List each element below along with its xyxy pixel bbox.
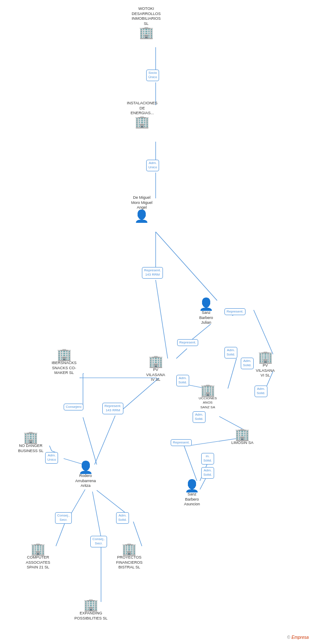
instalaciones-label: INSTALACIONES DE ENERGIAS... (127, 101, 157, 116)
ibersnacks-icon: 🏢 (57, 349, 72, 361)
svg-line-6 (156, 232, 217, 301)
rodero-label: Rodero Arrubarrena Aritza (75, 474, 96, 489)
pv-vi-icon: 🏢 (258, 351, 273, 363)
svg-line-18 (184, 446, 197, 481)
svg-line-24 (83, 417, 97, 465)
expanding-node: 🏢 EXPANDING POSSIBILITIES SL (74, 599, 107, 621)
computer-node: 🏢 COMPUTER ASSOCIATES SPAIN 21 SL (26, 543, 50, 570)
limosin-label: LIMOSIN SA (231, 440, 254, 446)
no-danger-label: NO DANGER BUSINESS SL (18, 444, 43, 453)
empresa-brand: Empresa (292, 635, 309, 640)
sanz-julian-label: Sanz Barbero Julian (199, 310, 213, 325)
adm-unico-2-badge: Adm.Unico (45, 452, 58, 464)
m-solid-badge: m.Sólid. (201, 453, 214, 465)
represent-sanz-badge: Represent. (224, 308, 245, 315)
demiguel-icon: 👤 (134, 210, 149, 222)
svg-line-8 (254, 310, 273, 354)
demiguel-label: De Miguel Moro Miguel Angel (131, 195, 153, 210)
computer-icon: 🏢 (31, 543, 46, 555)
wotoki-icon: 🏢 (139, 27, 154, 39)
wotoki-node: WOTOKI DESARROLLOS INMOBILIARIOS SL 🏢 (129, 6, 163, 39)
pv4-node: 🏢 PV VILASANA IV SL (146, 355, 165, 383)
proyectos-icon: 🏢 (122, 543, 137, 555)
svg-line-31 (92, 492, 101, 538)
consejero-badge: Consejero (64, 404, 83, 410)
adm-solid-6-badge: Adm.Solid. (116, 512, 129, 524)
instalaciones-node: INSTALACIONES DE ENERGIAS... 🏢 (127, 101, 157, 128)
represent-2-badge: Represent. (177, 339, 198, 346)
represent-143-badge: Represent.143 RRM (142, 267, 163, 279)
org-chart: WOTOKI DESARROLLOS INMOBILIARIOS SL 🏢 So… (0, 0, 313, 644)
sanz-asuncion-icon: 👤 (184, 480, 199, 492)
adm-solid-1-badge: Adm.Solid. (224, 347, 237, 358)
proyectos-node: 🏢 PROYECTOS FINANCIEROS BISTRAL SL (116, 543, 143, 570)
construcciones-label: UCCIONES ANOS SANZ SA (199, 396, 217, 410)
computer-label: COMPUTER ASSOCIATES SPAIN 21 SL (26, 555, 50, 570)
no-danger-icon: 🏢 (23, 431, 38, 444)
demiguel-node: De Miguel Moro Miguel Angel 👤 (131, 195, 153, 222)
no-danger-node: 🏢 NO DANGER BUSINESS SL (18, 431, 43, 453)
svg-line-10 (176, 349, 187, 358)
adm-solid-2-badge: Adm.Solid. (241, 358, 254, 369)
sanz-asuncion-node: 👤 Sanz Barbero Asuncion (184, 480, 200, 507)
consej-secr-2-badge: Consej..Secr. (90, 536, 107, 547)
pv-vi-node: 🏢 PV VILASANA VI SL (256, 351, 275, 378)
represent-3-badge: Represent. (171, 439, 192, 446)
adm-solid-4-badge: Adm.Solid. (255, 386, 267, 397)
expanding-icon: 🏢 (83, 599, 98, 611)
rodero-icon: 👤 (78, 462, 93, 474)
socio-unico-badge: SocioÚnico (146, 70, 159, 81)
limosin-node: 🏢 LIMOSIN SA (231, 428, 254, 446)
svg-line-11 (228, 358, 236, 389)
construcciones-icon: 🏢 (200, 384, 215, 396)
pv4-icon: 🏢 (148, 355, 163, 368)
proyectos-label: PROYECTOS FINANCIEROS BISTRAL SL (116, 555, 143, 570)
adm-solid-3-badge: Adm.Solid. (193, 411, 206, 423)
limosin-icon: 🏢 (235, 428, 250, 440)
svg-line-9 (191, 324, 211, 340)
sanz-julian-node: 👤 Sanz Barbero Julian (199, 298, 214, 325)
svg-line-5 (156, 280, 168, 358)
svg-line-30 (56, 522, 65, 546)
consej-secr-1-badge: Consej..Secr. (55, 512, 72, 524)
construcciones-node: 🏢 UCCIONES ANOS SANZ SA (199, 384, 217, 410)
svg-line-33 (97, 490, 127, 514)
svg-line-29 (71, 489, 85, 514)
expanding-label: EXPANDING POSSIBILITIES SL (74, 611, 107, 621)
svg-line-23 (120, 378, 159, 412)
instalaciones-icon: 🏢 (135, 116, 150, 128)
adm-solid-5-badge: Adm.Solid. (201, 467, 214, 479)
pv-vi-label: PV VILASANA VI SL (256, 363, 275, 378)
wotoki-label: WOTOKI DESARROLLOS INMOBILIARIOS SL (129, 6, 163, 27)
ibersnacks-label: IBERSNACKS SNACKS CO- MAKER SL (52, 361, 77, 376)
svg-line-27 (49, 446, 52, 451)
represent-143b-badge: Represent.143 RRM (102, 403, 123, 414)
svg-line-25 (95, 416, 115, 465)
pv4-label: PV VILASANA IV SL (146, 368, 165, 383)
copyright: © Empresa (287, 635, 309, 640)
ibersnacks-node: 🏢 IBERSNACKS SNACKS CO- MAKER SL (52, 349, 77, 376)
adm-unico-badge-1: Adm.Unico (146, 160, 159, 171)
sanz-julian-icon: 👤 (199, 298, 214, 310)
sanz-asuncion-label: Sanz Barbero Asuncion (184, 492, 200, 507)
rodero-node: 👤 Rodero Arrubarrena Aritza (75, 462, 96, 489)
adm-solid-pv4-badge: Adm.Solid. (176, 375, 189, 386)
